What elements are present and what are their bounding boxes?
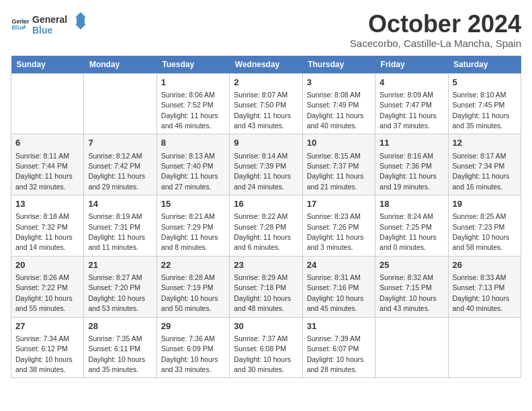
sunset-text: Sunset: 7:16 PM [307,283,359,291]
table-row: 16 Sunrise: 8:22 AM Sunset: 7:28 PM Dayl… [230,195,302,257]
calendar-header-row: Sunday Monday Tuesday Wednesday Thursday… [11,56,521,74]
sunset-text: Sunset: 6:09 PM [161,345,214,353]
page-header: General Blue General Blue General Blue O… [11,11,521,49]
sunset-text: Sunset: 7:39 PM [234,162,286,170]
table-row: 31 Sunrise: 7:39 AM Sunset: 6:07 PM Dayl… [302,317,375,378]
date-number: 10 [307,137,371,149]
sunset-text: Sunset: 7:25 PM [380,223,432,231]
sunrise-text: Sunrise: 8:13 AM [161,152,215,160]
daylight-text: Daylight: 11 hours and 43 minutes. [234,111,291,130]
table-row: 30 Sunrise: 7:37 AM Sunset: 6:08 PM Dayl… [230,317,302,378]
daylight-text: Daylight: 10 hours and 28 minutes. [307,355,364,373]
daylight-text: Daylight: 11 hours and 35 minutes. [453,111,510,130]
date-number: 13 [15,198,79,210]
daylight-text: Daylight: 11 hours and 40 minutes. [307,111,364,130]
date-number: 3 [307,77,371,89]
sunrise-text: Sunrise: 8:17 AM [453,152,506,160]
table-row: 5 Sunrise: 8:10 AM Sunset: 7:45 PM Dayli… [448,73,521,134]
table-row: 18 Sunrise: 8:24 AM Sunset: 7:25 PM Dayl… [375,195,448,257]
date-number: 19 [453,198,517,210]
daylight-text: Daylight: 10 hours and 40 minutes. [453,294,510,312]
logo-icon: General Blue [11,15,30,34]
daylight-text: Daylight: 10 hours and 45 minutes. [307,294,364,312]
sunrise-text: Sunrise: 8:32 AM [380,273,433,281]
logo-svg: General Blue [32,11,86,38]
table-row: 14 Sunrise: 8:19 AM Sunset: 7:31 PM Dayl… [84,195,157,257]
sunset-text: Sunset: 7:47 PM [380,101,432,109]
sunrise-text: Sunrise: 8:19 AM [88,212,142,220]
daylight-text: Daylight: 11 hours and 46 minutes. [161,111,218,130]
sunset-text: Sunset: 7:19 PM [161,283,214,291]
logo: General Blue General Blue General Blue [11,11,86,38]
sunrise-text: Sunrise: 8:21 AM [161,212,215,220]
date-number: 18 [380,198,443,210]
date-number: 1 [161,77,225,89]
daylight-text: Daylight: 11 hours and 14 minutes. [15,233,73,251]
sunrise-text: Sunrise: 8:12 AM [88,152,142,160]
daylight-text: Daylight: 10 hours and 35 minutes. [88,355,145,373]
sunset-text: Sunset: 7:22 PM [15,283,68,291]
sunrise-text: Sunrise: 8:15 AM [307,152,361,160]
calendar-week-row: 6 Sunrise: 8:11 AM Sunset: 7:44 PM Dayli… [11,134,521,195]
daylight-text: Daylight: 11 hours and 21 minutes. [307,172,364,190]
daylight-text: Daylight: 10 hours and 50 minutes. [161,294,218,312]
sunset-text: Sunset: 7:15 PM [380,283,432,291]
sunrise-text: Sunrise: 8:09 AM [380,91,433,99]
sunrise-text: Sunrise: 8:28 AM [161,273,215,281]
date-number: 23 [234,259,298,271]
col-saturday: Saturday [448,56,521,74]
daylight-text: Daylight: 11 hours and 3 minutes. [307,233,364,251]
sunset-text: Sunset: 6:07 PM [307,345,359,353]
sunset-text: Sunset: 7:36 PM [380,162,432,170]
date-number: 15 [161,198,225,210]
daylight-text: Daylight: 11 hours and 11 minutes. [88,233,145,251]
sunrise-text: Sunrise: 7:39 AM [307,334,361,342]
table-row: 22 Sunrise: 8:28 AM Sunset: 7:19 PM Dayl… [157,256,229,317]
table-row: 11 Sunrise: 8:16 AM Sunset: 7:36 PM Dayl… [375,134,448,195]
daylight-text: Daylight: 11 hours and 27 minutes. [161,172,218,190]
table-row: 13 Sunrise: 8:18 AM Sunset: 7:32 PM Dayl… [11,195,84,257]
sunrise-text: Sunrise: 8:10 AM [453,91,506,99]
sunrise-text: Sunrise: 7:35 AM [88,334,142,342]
sunset-text: Sunset: 7:28 PM [234,223,286,231]
date-number: 20 [15,259,79,271]
sunset-text: Sunset: 7:13 PM [453,283,505,291]
calendar-week-row: 20 Sunrise: 8:26 AM Sunset: 7:22 PM Dayl… [11,256,521,317]
daylight-text: Daylight: 11 hours and 8 minutes. [161,233,218,251]
table-row: 29 Sunrise: 7:36 AM Sunset: 6:09 PM Dayl… [157,317,229,378]
table-row [11,73,84,134]
date-number: 31 [307,320,371,332]
daylight-text: Daylight: 10 hours and 33 minutes. [161,355,218,373]
date-number: 2 [234,77,298,89]
sunrise-text: Sunrise: 8:16 AM [380,152,433,160]
table-row: 19 Sunrise: 8:25 AM Sunset: 7:23 PM Dayl… [448,195,521,257]
date-number: 24 [307,259,371,271]
sunrise-text: Sunrise: 8:08 AM [307,91,361,99]
col-friday: Friday [375,56,448,74]
calendar-week-row: 27 Sunrise: 7:34 AM Sunset: 6:12 PM Dayl… [11,317,521,378]
table-row: 3 Sunrise: 8:08 AM Sunset: 7:49 PM Dayli… [302,73,375,134]
date-number: 8 [161,137,225,149]
daylight-text: Daylight: 10 hours and 53 minutes. [88,294,145,312]
sunrise-text: Sunrise: 8:07 AM [234,91,287,99]
table-row: 25 Sunrise: 8:32 AM Sunset: 7:15 PM Dayl… [375,256,448,317]
sunset-text: Sunset: 7:18 PM [234,283,286,291]
svg-text:Blue: Blue [11,24,25,31]
title-area: October 2024 Sacecorbo, Castille-La Manc… [350,11,521,49]
date-number: 28 [88,320,152,332]
sunset-text: Sunset: 7:50 PM [234,101,286,109]
date-number: 27 [15,320,79,332]
table-row: 17 Sunrise: 8:23 AM Sunset: 7:26 PM Dayl… [302,195,375,257]
sunset-text: Sunset: 6:12 PM [15,345,68,353]
sunset-text: Sunset: 7:29 PM [161,223,214,231]
svg-text:Blue: Blue [32,25,53,36]
table-row: 15 Sunrise: 8:21 AM Sunset: 7:29 PM Dayl… [157,195,229,257]
col-tuesday: Tuesday [157,56,229,74]
table-row: 24 Sunrise: 8:31 AM Sunset: 7:16 PM Dayl… [302,256,375,317]
sunset-text: Sunset: 7:32 PM [15,223,68,231]
sunrise-text: Sunrise: 8:06 AM [161,91,215,99]
col-sunday: Sunday [11,56,84,74]
table-row: 26 Sunrise: 8:33 AM Sunset: 7:13 PM Dayl… [448,256,521,317]
sunset-text: Sunset: 6:08 PM [234,345,286,353]
location-subtitle: Sacecorbo, Castille-La Mancha, Spain [350,38,521,49]
